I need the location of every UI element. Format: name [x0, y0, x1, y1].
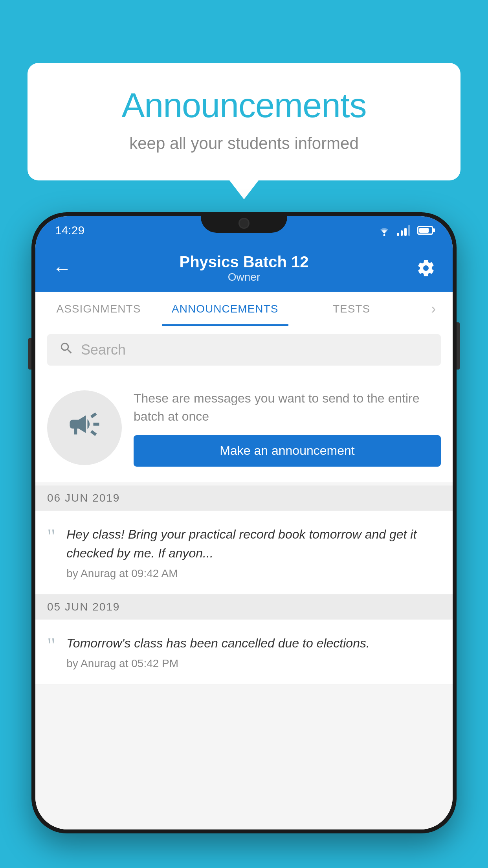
announcement-text-2: Tomorrow's class has been cancelled due …: [66, 634, 441, 653]
announcement-content-1: Hey class! Bring your practical record b…: [66, 525, 441, 580]
promo-icon-circle: [47, 390, 122, 465]
announcement-item-2[interactable]: " Tomorrow's class has been cancelled du…: [35, 620, 453, 684]
tab-assignments[interactable]: ASSIGNMENTS: [35, 292, 162, 326]
date-separator-2: 05 JUN 2019: [35, 594, 453, 620]
battery-icon: [417, 226, 433, 235]
quote-icon-1: ": [47, 526, 55, 547]
tab-announcements[interactable]: ANNOUNCEMENTS: [162, 292, 288, 326]
gear-icon: [416, 259, 435, 278]
phone-screen: 14:29: [35, 216, 453, 829]
batch-role: Owner: [179, 271, 308, 283]
promo-section: These are messages you want to send to t…: [35, 373, 453, 482]
wifi-icon: [377, 225, 391, 236]
battery-fill: [419, 228, 429, 233]
speech-bubble: Announcements keep all your students inf…: [28, 63, 460, 180]
date-label-2: 05 JUN 2019: [47, 601, 120, 613]
content-area: Search These are messages you want to se…: [35, 326, 453, 829]
announcement-content-2: Tomorrow's class has been cancelled due …: [66, 634, 441, 670]
date-separator-1: 06 JUN 2019: [35, 485, 453, 511]
svg-point-0: [383, 234, 385, 236]
phone-camera: [238, 218, 250, 229]
phone-notch: [201, 212, 287, 233]
batch-title: Physics Batch 12: [179, 253, 308, 271]
megaphone-icon: [67, 406, 102, 449]
bubble-title: Announcements: [59, 86, 429, 125]
side-button-power: [457, 322, 460, 370]
phone-wrapper: 14:29: [31, 212, 457, 868]
promo-content: These are messages you want to send to t…: [134, 389, 441, 467]
speech-bubble-container: Announcements keep all your students inf…: [28, 63, 460, 180]
date-label-1: 06 JUN 2019: [47, 492, 120, 504]
bubble-subtitle: keep all your students informed: [59, 134, 429, 153]
app-header: ← Physics Batch 12 Owner: [35, 245, 453, 292]
quote-icon-2: ": [47, 635, 55, 656]
header-title-section: Physics Batch 12 Owner: [179, 253, 308, 283]
search-bar[interactable]: Search: [47, 334, 441, 366]
promo-description: These are messages you want to send to t…: [134, 389, 441, 426]
announcement-author-2: by Anurag at 05:42 PM: [66, 657, 441, 670]
status-icons: [377, 225, 433, 236]
announcement-item-1[interactable]: " Hey class! Bring your practical record…: [35, 511, 453, 594]
tab-more[interactable]: ›: [415, 292, 453, 326]
announcement-author-1: by Anurag at 09:42 AM: [66, 567, 441, 580]
search-placeholder: Search: [81, 342, 126, 358]
search-icon: [59, 341, 74, 359]
search-container: Search: [35, 326, 453, 373]
announcement-text-1: Hey class! Bring your practical record b…: [66, 525, 441, 563]
side-button-volume: [28, 338, 31, 370]
tab-tests[interactable]: TESTS: [288, 292, 415, 326]
phone-frame: 14:29: [31, 212, 457, 833]
signal-icon: [397, 225, 410, 236]
status-time: 14:29: [55, 224, 84, 237]
make-announcement-button[interactable]: Make an announcement: [134, 435, 441, 467]
settings-button[interactable]: [412, 259, 435, 278]
tabs-bar: ASSIGNMENTS ANNOUNCEMENTS TESTS ›: [35, 292, 453, 326]
back-button[interactable]: ←: [53, 257, 76, 279]
